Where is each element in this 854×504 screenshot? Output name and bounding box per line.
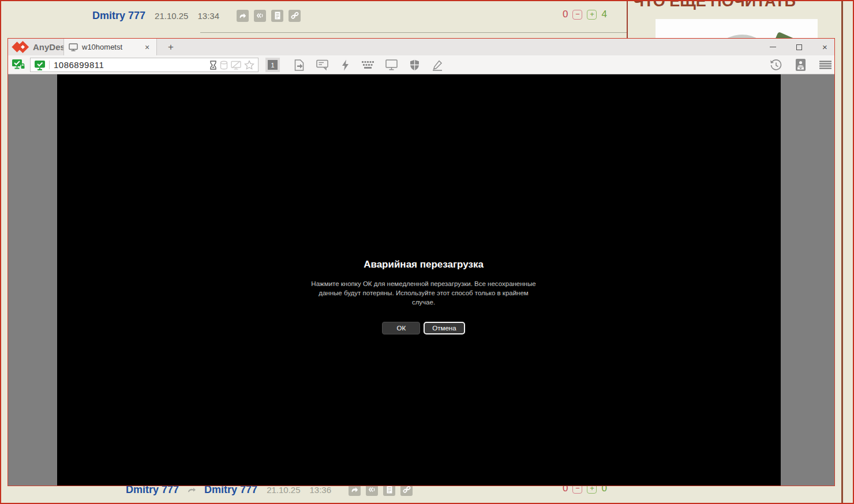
permissions-shield-icon[interactable] [407,58,421,72]
page-right-border [841,1,843,503]
reply-to-arrow-icon [187,486,196,493]
link-icon[interactable] [289,10,301,22]
sidebar-divider [627,1,628,39]
anydesk-titlebar[interactable]: AnyDesk w10hometst × + × [8,39,834,55]
reply-icon[interactable] [237,10,249,22]
post-rating-top: 0 − + 4 [563,9,607,20]
storage-icon [220,61,228,70]
post-time: 13:36 [310,485,332,495]
address-book-icon[interactable] [793,58,807,72]
new-tab-button[interactable]: + [163,39,179,55]
score-positive: 4 [601,9,606,20]
session-tab-label: w10hometst [82,43,122,51]
remote-address[interactable]: 1086899811 [54,60,104,70]
minimize-button[interactable] [767,42,778,52]
anydesk-logo-icon [13,43,27,51]
post-action-icons [237,10,301,22]
connected-monitor-icon [34,60,46,70]
hourglass-icon [209,61,217,70]
anydesk-toolbar: 1086899811 1 [8,55,834,74]
address-divider [49,61,50,69]
cancel-button[interactable]: Отмена [424,322,465,334]
remote-screen[interactable]: Аварийная перезагрузка Нажмите кнопку ОК… [57,74,781,486]
post-date: 21.10.25 [267,485,300,495]
emergency-restart-dialog: Аварийная перезагрузка Нажмите кнопку ОК… [291,259,556,334]
maximize-button[interactable] [793,42,804,52]
score-negative: 0 [563,9,568,20]
sidebar-heading-wrap: ЧТО ЕЩЕ ПОЧИТАТЬ [633,1,823,10]
chat-icon[interactable] [315,58,329,72]
post-time: 13:34 [197,11,219,21]
window-controls: × [767,39,830,55]
actions-lightning-icon[interactable] [338,58,352,72]
anydesk-window: AnyDesk w10hometst × + × 1086899811 [8,38,835,486]
ok-button[interactable]: ОК [382,322,420,334]
menu-icon[interactable] [818,58,832,72]
dialog-message: Нажмите кнопку ОК для немедленной переза… [309,280,538,307]
address-bar[interactable]: 1086899811 [30,58,259,72]
monitor-off-icon [231,61,241,70]
document-icon[interactable] [271,10,283,22]
whiteboard-pen-icon[interactable] [430,58,444,72]
monitor-select-button[interactable]: 1 [265,58,280,72]
forum-post-header-top: Dmitry 777 21.10.25 13:34 [92,7,301,24]
close-button[interactable]: × [819,42,830,52]
tab-close-icon[interactable]: × [143,43,152,52]
keyboard-icon[interactable] [361,58,375,72]
secure-connection-icon [12,59,27,71]
monitor-icon [69,43,78,51]
vote-up-button[interactable]: + [587,10,597,20]
display-settings-icon[interactable] [384,58,398,72]
vote-down-button[interactable]: − [572,10,582,20]
file-transfer-icon[interactable] [292,58,306,72]
session-history-icon[interactable] [769,58,782,72]
post-divider [200,32,627,33]
monitor-number: 1 [268,60,278,70]
dialog-title: Аварийная перезагрузка [291,259,556,270]
sidebar-heading: ЧТО ЕЩЕ ПОЧИТАТЬ [633,1,823,10]
quote-icon[interactable] [254,10,266,22]
post-date: 21.10.25 [155,11,188,21]
remote-session-viewport: Аварийная перезагрузка Нажмите кнопку ОК… [8,74,834,486]
author-link[interactable]: Dmitry 777 [92,10,145,22]
session-tab[interactable]: w10hometst × [63,39,157,55]
favorite-star-icon[interactable] [244,60,254,70]
